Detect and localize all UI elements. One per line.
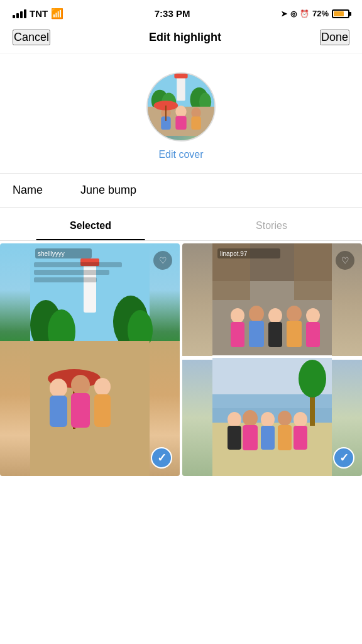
svg-point-67 xyxy=(293,412,307,427)
svg-rect-7 xyxy=(175,74,186,75)
svg-rect-12 xyxy=(175,116,186,130)
edit-cover-button[interactable]: Edit cover xyxy=(158,149,203,160)
svg-rect-68 xyxy=(293,426,307,450)
svg-point-48 xyxy=(287,306,302,322)
svg-rect-32 xyxy=(94,394,111,427)
story2-divider xyxy=(182,356,362,358)
cover-photo xyxy=(148,74,214,140)
story1-heart-icon: ♡ xyxy=(153,251,172,270)
story1-check-badge: ✓ xyxy=(151,447,172,469)
target-icon: ◎ xyxy=(290,9,297,18)
cover-section: Edit cover xyxy=(0,53,362,173)
svg-rect-14 xyxy=(191,116,200,130)
svg-rect-64 xyxy=(261,426,275,450)
status-left: TNT 📶 xyxy=(13,8,63,19)
svg-rect-45 xyxy=(249,321,264,347)
svg-point-65 xyxy=(278,411,292,426)
alarm-icon: ⏰ xyxy=(300,9,309,18)
signal-icon xyxy=(13,9,26,18)
svg-text:linapot.97: linapot.97 xyxy=(220,250,248,257)
svg-rect-66 xyxy=(278,425,292,450)
tabs-row: Selected Stories xyxy=(0,211,362,241)
cover-image xyxy=(148,74,214,140)
svg-point-61 xyxy=(243,410,258,426)
svg-rect-37 xyxy=(34,277,97,282)
svg-point-59 xyxy=(228,412,241,427)
name-value[interactable]: June bump xyxy=(80,184,136,197)
battery-icon xyxy=(332,9,349,18)
tab-selected[interactable]: Selected xyxy=(0,211,181,240)
status-bar: TNT 📶 7:33 PM ➤ ◎ ⏰ 72% xyxy=(0,0,362,23)
svg-point-27 xyxy=(50,379,67,397)
carrier-label: TNT xyxy=(30,8,48,19)
svg-rect-49 xyxy=(287,321,302,347)
svg-rect-60 xyxy=(228,426,241,450)
svg-point-58 xyxy=(299,360,326,397)
svg-point-42 xyxy=(231,308,244,323)
svg-point-29 xyxy=(71,375,90,395)
svg-rect-35 xyxy=(34,262,122,267)
svg-rect-36 xyxy=(34,270,109,275)
svg-rect-47 xyxy=(268,322,282,347)
nav-bar: Cancel Edit highlight Done xyxy=(0,23,362,53)
svg-point-31 xyxy=(94,378,111,396)
cover-scene-svg xyxy=(148,74,214,137)
story2-check-badge: ✓ xyxy=(333,447,354,469)
svg-rect-28 xyxy=(50,396,67,427)
location-icon: ➤ xyxy=(281,9,287,18)
status-right: ➤ ◎ ⏰ 72% xyxy=(281,9,349,18)
svg-rect-30 xyxy=(71,393,90,428)
svg-point-50 xyxy=(306,308,320,323)
tab-stories[interactable]: Stories xyxy=(181,211,362,240)
name-label: Name xyxy=(13,184,43,197)
status-time: 7:33 PM xyxy=(155,8,190,19)
story2-svg: linapot.97 xyxy=(182,243,362,476)
wifi-icon: 📶 xyxy=(51,8,63,19)
story1-svg: shelllyyyy xyxy=(0,243,180,476)
svg-point-46 xyxy=(268,308,282,323)
svg-point-63 xyxy=(261,412,275,427)
svg-rect-62 xyxy=(243,425,258,450)
cover-image-wrapper[interactable] xyxy=(146,72,216,142)
story-card-1[interactable]: shelllyyyy ♡ ✓ xyxy=(0,243,180,476)
story2-heart-icon: ♡ xyxy=(336,251,354,270)
story-card-2[interactable]: linapot.97 ♡ ✓ xyxy=(182,243,362,476)
battery-label: 72% xyxy=(312,9,329,18)
battery-fill xyxy=(334,11,344,16)
svg-rect-41 xyxy=(294,243,332,300)
done-button[interactable]: Done xyxy=(320,30,349,45)
svg-rect-5 xyxy=(177,75,185,101)
name-row: Name June bump xyxy=(0,173,362,208)
svg-rect-43 xyxy=(231,322,244,347)
svg-text:shelllyyyy: shelllyyyy xyxy=(38,250,65,257)
stories-grid: shelllyyyy ♡ ✓ xyxy=(0,241,362,476)
svg-point-44 xyxy=(249,306,264,322)
page-title: Edit highlight xyxy=(149,31,221,44)
cancel-button[interactable]: Cancel xyxy=(13,30,50,45)
empty-space xyxy=(0,476,362,644)
svg-rect-51 xyxy=(306,322,320,347)
